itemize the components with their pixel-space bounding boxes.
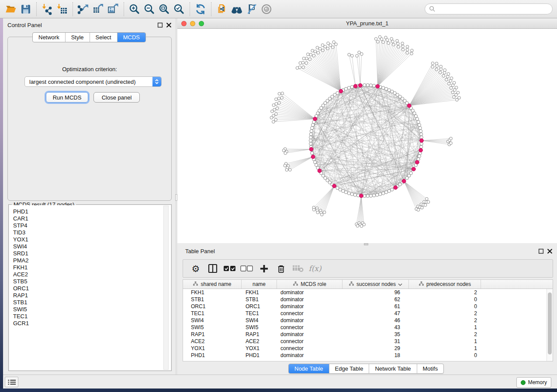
network-node[interactable] [420, 133, 423, 136]
cell-predecessor-nodes[interactable]: 2 [409, 331, 481, 337]
network-hub-node[interactable] [394, 186, 398, 189]
cell-shared-name[interactable]: PHD1 [183, 352, 242, 358]
table-scrollbar[interactable] [547, 289, 553, 361]
network-edge[interactable] [377, 45, 393, 86]
network-node[interactable] [419, 127, 422, 130]
network-node[interactable] [301, 61, 304, 64]
cell-predecessor-nodes[interactable]: 2 [409, 317, 481, 323]
table-row[interactable]: FKH1FKH1dominator962 [183, 289, 553, 296]
network-node[interactable] [348, 53, 351, 56]
cell-MCDS-role[interactable]: dominator [277, 352, 343, 358]
network-node[interactable] [445, 78, 448, 81]
cell-name[interactable]: SWI4 [242, 317, 277, 323]
network-edge[interactable] [377, 53, 407, 86]
network-edge[interactable] [404, 181, 420, 207]
search-input[interactable] [436, 5, 552, 14]
save-session-icon[interactable] [18, 2, 33, 17]
network-node[interactable] [443, 71, 446, 74]
cell-successor-nodes[interactable]: 18 [343, 352, 409, 358]
column-header-shared-name[interactable]: shared name [183, 280, 242, 289]
cell-MCDS-role[interactable]: connector [277, 324, 343, 330]
clone-network-icon[interactable] [214, 2, 229, 17]
network-node[interactable] [296, 66, 299, 69]
network-hub-node[interactable] [412, 167, 415, 171]
mcds-list-scrollbar[interactable] [163, 206, 169, 370]
network-edge[interactable] [404, 181, 419, 210]
network-node[interactable] [272, 120, 275, 124]
cell-MCDS-role[interactable]: connector [277, 345, 343, 351]
network-edge[interactable] [376, 39, 378, 86]
table-row[interactable]: SWI5SWI5connector431 [183, 324, 553, 331]
network-node[interactable] [305, 57, 308, 60]
network-node[interactable] [274, 118, 277, 121]
network-node[interactable] [275, 113, 278, 116]
network-hub-node[interactable] [332, 184, 336, 188]
network-node[interactable] [284, 164, 287, 167]
network-node[interactable] [419, 130, 422, 133]
network-node[interactable] [384, 36, 387, 39]
network-node[interactable] [376, 193, 379, 196]
float-table-panel-icon[interactable] [538, 248, 544, 254]
network-node[interactable] [347, 86, 350, 89]
network-edge[interactable] [409, 81, 451, 106]
network-edge[interactable] [360, 54, 362, 86]
network-node[interactable] [363, 83, 366, 86]
cell-name[interactable]: ORC1 [242, 303, 277, 309]
export-network-icon[interactable] [76, 2, 91, 17]
network-node[interactable] [278, 92, 281, 95]
open-file-icon[interactable] [3, 2, 18, 17]
mcds-result-item[interactable]: SWI4 [13, 243, 171, 250]
network-node[interactable] [382, 192, 385, 195]
network-node[interactable] [344, 191, 347, 194]
network-edge[interactable] [276, 99, 315, 119]
network-node[interactable] [420, 145, 423, 148]
mcds-result-item[interactable]: SRD1 [13, 250, 171, 257]
network-node[interactable] [317, 52, 320, 55]
cell-successor-nodes[interactable]: 35 [343, 331, 409, 337]
tab-network-table[interactable]: Network Table [369, 364, 417, 373]
add-column-icon[interactable] [257, 262, 270, 275]
tab-network[interactable]: Network [33, 33, 66, 42]
network-node[interactable] [378, 35, 381, 38]
network-node[interactable] [314, 50, 317, 53]
cell-successor-nodes[interactable]: 29 [343, 345, 409, 351]
network-node[interactable] [288, 168, 291, 172]
network-node[interactable] [344, 87, 347, 90]
cell-name[interactable]: TEC1 [242, 310, 277, 316]
network-node[interactable] [271, 110, 274, 113]
network-node[interactable] [421, 206, 424, 209]
network-node[interactable] [392, 43, 395, 46]
network-node[interactable] [450, 86, 453, 89]
network-edge[interactable] [317, 186, 334, 208]
import-table-icon[interactable] [55, 2, 69, 17]
network-node[interactable] [306, 53, 309, 56]
network-node[interactable] [305, 62, 308, 65]
network-node[interactable] [435, 68, 438, 71]
network-edge[interactable] [312, 51, 341, 91]
network-node[interactable] [282, 149, 285, 152]
deselect-all-icon[interactable] [240, 262, 253, 275]
network-hub-node[interactable] [419, 148, 423, 152]
network-node[interactable] [332, 41, 336, 44]
cell-MCDS-role[interactable]: dominator [277, 317, 343, 323]
cell-successor-nodes[interactable]: 46 [343, 317, 409, 323]
network-node[interactable] [406, 52, 409, 55]
network-edge[interactable] [404, 181, 418, 206]
network-node[interactable] [272, 104, 275, 107]
zoom-fit-icon[interactable] [157, 2, 172, 17]
refresh-layout-icon[interactable] [193, 2, 208, 17]
network-node[interactable] [457, 91, 460, 94]
close-panel-button[interactable]: Close panel [93, 92, 140, 103]
network-hub-node[interactable] [339, 89, 343, 93]
cell-MCDS-role[interactable]: dominator [277, 289, 343, 296]
cell-shared-name[interactable]: RAP1 [183, 331, 242, 337]
network-edge[interactable] [321, 186, 334, 213]
network-node[interactable] [442, 75, 445, 78]
network-hub-node[interactable] [353, 84, 357, 88]
network-node[interactable] [384, 87, 387, 90]
network-edge[interactable] [377, 47, 407, 86]
network-edge[interactable] [322, 186, 334, 215]
network-node[interactable] [369, 84, 372, 87]
network-node[interactable] [397, 45, 400, 48]
zoom-selected-icon[interactable] [172, 2, 187, 17]
